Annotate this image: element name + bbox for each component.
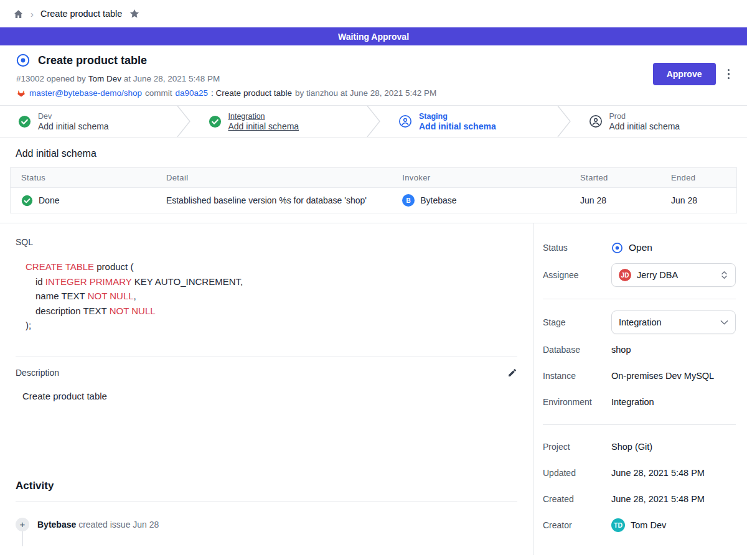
stage-value: Integration	[619, 317, 662, 327]
list-item: + Bytebase created issue Jun 28	[16, 518, 517, 531]
invoker-avatar: B	[402, 194, 415, 207]
check-circle-icon	[21, 195, 33, 207]
sql-label: SQL	[16, 237, 517, 247]
stage-separator	[367, 106, 380, 137]
sql-code-block: CREATE TABLE product (id INTEGER PRIMARY…	[16, 259, 517, 333]
divider	[543, 424, 736, 425]
gitlab-icon	[16, 88, 26, 98]
instance-row: Instance On-premises Dev MySQL	[543, 363, 736, 389]
issue-open-icon	[16, 54, 30, 67]
assignee-value: Jerry DBA	[637, 270, 678, 280]
banner-text: Waiting Approval	[338, 32, 409, 42]
stage-integration[interactable]: Integration Add initial schema	[190, 106, 367, 137]
issue-author: Tom Dev	[88, 74, 121, 83]
assignee-row: Assignee JD Jerry DBA	[543, 261, 736, 289]
environment-row: Environment Integration	[543, 389, 736, 415]
check-circle-icon	[209, 115, 222, 128]
divider	[16, 356, 517, 357]
check-circle-icon	[18, 115, 31, 128]
stage-env-label: Dev	[38, 112, 109, 121]
status-row: Status Open	[543, 235, 736, 261]
timeline-connector	[22, 531, 23, 546]
stage-staging[interactable]: Staging Add initial schema	[380, 106, 557, 137]
divider	[16, 502, 517, 502]
activity-title: Activity	[16, 480, 517, 492]
updated-value: June 28, 2021 5:48 PM	[611, 468, 705, 478]
project-value[interactable]: Shop (Git)	[611, 442, 652, 452]
page-title: Create product table	[38, 54, 147, 67]
activity-author: Bytebase	[37, 520, 76, 530]
commit-author-time: by tianzhou at June 28, 2021 5:42 PM	[295, 88, 436, 98]
commit-word: commit	[145, 88, 172, 98]
col-invoker: Invoker	[392, 168, 570, 188]
stage-env-label[interactable]: Integration	[228, 112, 299, 121]
issue-meta: #13002 opened by Tom Dev at June 28, 202…	[16, 74, 731, 83]
stage-task-label: Add initial schema	[609, 121, 680, 131]
person-circle-icon	[398, 114, 412, 128]
stage-task-label[interactable]: Add initial schema	[228, 121, 299, 131]
activity-action: created issue Jun 28	[78, 520, 159, 530]
breadcrumb-separator-icon: ›	[31, 9, 34, 19]
creator-row: Creator TD Tom Dev	[543, 512, 736, 538]
assignee-avatar: JD	[619, 269, 631, 281]
updated-label: Updated	[543, 468, 611, 478]
status-label: Status	[543, 243, 611, 253]
task-section-title: Add initial schema	[16, 148, 737, 159]
task-section: Add initial schema Status Detail Invoker…	[0, 138, 747, 223]
stage-dev[interactable]: Dev Add initial schema	[0, 106, 177, 137]
person-circle-icon	[589, 114, 603, 128]
approve-button[interactable]: Approve	[653, 63, 716, 85]
environment-value: Integration	[611, 397, 654, 407]
project-row: Project Shop (Git)	[543, 434, 736, 460]
kebab-menu-icon[interactable]	[724, 67, 734, 82]
chevron-down-icon	[720, 320, 728, 325]
created-value: June 28, 2021 5:48 PM	[611, 494, 705, 504]
stage-task-label: Add initial schema	[38, 121, 109, 131]
task-table: Status Detail Invoker Started Ended Done…	[10, 167, 737, 213]
instance-value: On-premises Dev MySQL	[611, 371, 714, 381]
stage-row: Stage Integration	[543, 308, 736, 337]
task-detail: Established baseline version %s for data…	[156, 188, 392, 213]
project-label: Project	[543, 442, 611, 452]
commit-hash-link[interactable]: da90a25	[176, 88, 209, 98]
database-value: shop	[611, 345, 631, 355]
commit-row: master@bytebase-demo/shop commit da90a25…	[16, 88, 731, 98]
stage-label: Stage	[543, 317, 611, 327]
col-status: Status	[11, 168, 156, 188]
pencil-icon[interactable]	[507, 368, 517, 378]
task-ended: Jun 28	[660, 188, 737, 213]
issue-header: Create product table #13002 opened by To…	[0, 45, 747, 105]
breadcrumb: › Create product table	[0, 0, 747, 27]
commit-title: : Create product table	[211, 88, 292, 98]
updated-row: Updated June 28, 2021 5:48 PM	[543, 460, 736, 486]
database-row: Database shop	[543, 337, 736, 363]
database-label: Database	[543, 345, 611, 355]
star-icon[interactable]	[129, 8, 140, 19]
task-started: Jun 28	[570, 188, 660, 213]
stage-task-label: Add initial schema	[419, 121, 496, 131]
stage-select[interactable]: Integration	[611, 310, 736, 334]
col-ended: Ended	[660, 168, 737, 188]
stage-prod[interactable]: Prod Add initial schema	[571, 106, 747, 137]
creator-value: Tom Dev	[631, 520, 666, 530]
assignee-select[interactable]: JD Jerry DBA	[611, 263, 736, 287]
assignee-label: Assignee	[543, 270, 611, 280]
task-invoker: Bytebase	[420, 195, 456, 205]
task-status: Done	[39, 195, 59, 205]
pipeline-stage-bar: Dev Add initial schema Integration Add i…	[0, 105, 747, 138]
home-icon[interactable]	[13, 9, 24, 19]
main-column: SQL CREATE TABLE product (id INTEGER PRI…	[0, 223, 534, 555]
creator-label: Creator	[543, 520, 611, 530]
stage-env-label: Prod	[609, 112, 680, 121]
issue-id-text: #13002 opened by	[16, 74, 86, 83]
repo-link[interactable]: master@bytebase-demo/shop	[29, 88, 142, 98]
description-text[interactable]: Create product table	[22, 391, 517, 401]
col-started: Started	[570, 168, 660, 188]
environment-label: Environment	[543, 397, 611, 407]
radio-open-icon	[611, 242, 623, 254]
activity-section: Activity + Bytebase created issue Jun 28	[16, 480, 517, 546]
chevron-updown-icon	[720, 270, 728, 280]
instance-label: Instance	[543, 371, 611, 381]
issue-opened-time: at June 28, 2021 5:48 PM	[124, 74, 220, 83]
breadcrumb-title[interactable]: Create product table	[40, 9, 122, 19]
